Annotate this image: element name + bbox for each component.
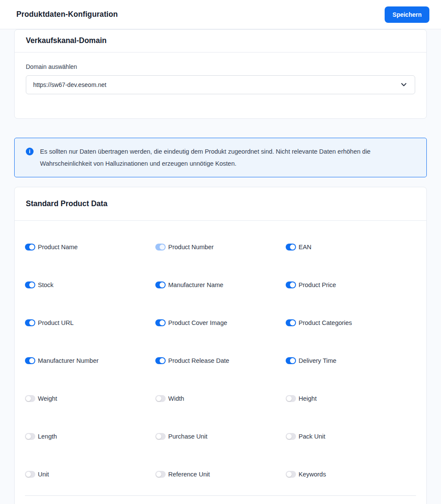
toggle-item-product-name: Product Name bbox=[25, 244, 155, 250]
toggle-switch[interactable] bbox=[155, 281, 166, 288]
toggle-knob bbox=[156, 472, 161, 477]
domain-card-header: Verkaufskanal-Domain bbox=[15, 30, 426, 53]
toggle-label: Product Name bbox=[38, 244, 78, 250]
toggle-item-product-number: Product Number bbox=[155, 244, 286, 250]
toggle-knob bbox=[160, 320, 165, 325]
toggle-label: Pack Unit bbox=[299, 433, 325, 440]
toggle-switch[interactable] bbox=[286, 395, 296, 402]
toggle-knob bbox=[290, 244, 295, 250]
toggle-knob bbox=[287, 434, 292, 439]
toggle-grid: Product NameProduct NumberEANStockManufa… bbox=[25, 228, 416, 493]
toggle-label: EAN bbox=[299, 244, 311, 250]
domain-select-label: Domain auswählen bbox=[26, 63, 415, 70]
toggle-knob bbox=[290, 282, 295, 288]
domain-select[interactable]: https://sw67-dev.eseom.net bbox=[26, 75, 415, 94]
page-title: Produktdaten-Konfiguration bbox=[16, 10, 118, 19]
toggle-label: Product Release Date bbox=[168, 357, 229, 364]
sales-channel-domain-card: Verkaufskanal-Domain Domain auswählen ht… bbox=[14, 29, 427, 119]
toggle-item-reference-unit: Reference Unit bbox=[155, 471, 286, 478]
toggle-switch[interactable] bbox=[25, 433, 35, 440]
toggle-label: Width bbox=[168, 395, 184, 402]
toggle-label: Product URL bbox=[38, 319, 74, 326]
toggle-switch[interactable] bbox=[286, 281, 296, 288]
toggle-knob bbox=[29, 244, 34, 250]
toggle-item-purchase-unit: Purchase Unit bbox=[155, 433, 286, 440]
info-alert-text: Es sollten nur Daten übertragen werden, … bbox=[40, 145, 406, 170]
toggle-label: Height bbox=[299, 395, 317, 402]
toggle-item-product-release-date: Product Release Date bbox=[155, 357, 286, 364]
toggle-item-keywords: Keywords bbox=[286, 471, 416, 478]
product-card-title: Standard Product Data bbox=[26, 199, 415, 208]
toggle-label: Product Number bbox=[168, 244, 214, 250]
toggle-item-stock: Stock bbox=[25, 281, 155, 288]
toggle-knob bbox=[26, 472, 31, 477]
info-icon: i bbox=[26, 148, 34, 155]
toggle-switch[interactable] bbox=[155, 244, 166, 250]
toggle-item-product-url: Product URL bbox=[25, 319, 155, 326]
product-card-body: Product NameProduct NumberEANStockManufa… bbox=[15, 221, 426, 504]
toggle-item-pack-unit: Pack Unit bbox=[286, 433, 416, 440]
main-content: Verkaufskanal-Domain Domain auswählen ht… bbox=[0, 29, 441, 504]
toggle-label: Product Categories bbox=[299, 319, 352, 326]
standard-product-data-card: Standard Product Data Product NameProduc… bbox=[14, 187, 427, 504]
toggle-switch[interactable] bbox=[25, 357, 35, 364]
info-alert: i Es sollten nur Daten übertragen werden… bbox=[14, 138, 427, 177]
toggle-knob bbox=[29, 358, 34, 363]
toggle-switch[interactable] bbox=[25, 395, 35, 402]
toggle-knob bbox=[26, 434, 31, 439]
toggle-knob bbox=[290, 358, 295, 363]
toggle-switch[interactable] bbox=[25, 281, 35, 288]
toggle-label: Manufacturer Name bbox=[168, 281, 223, 288]
toggle-switch[interactable] bbox=[25, 319, 35, 326]
toggle-item-product-price: Product Price bbox=[286, 281, 416, 288]
toggle-knob bbox=[29, 282, 34, 288]
toggle-switch[interactable] bbox=[286, 357, 296, 364]
product-card-header: Standard Product Data bbox=[15, 187, 426, 221]
toggle-label: Manufacturer Number bbox=[38, 357, 99, 364]
toggle-switch[interactable] bbox=[286, 433, 296, 440]
toggle-switch[interactable] bbox=[25, 471, 35, 478]
toggle-item-delivery-time: Delivery Time bbox=[286, 357, 416, 364]
toggle-item-ean: EAN bbox=[286, 244, 416, 250]
toggle-label: Stock bbox=[38, 281, 53, 288]
toggle-switch[interactable] bbox=[155, 319, 166, 326]
save-button[interactable]: Speichern bbox=[385, 6, 429, 23]
toggle-item-manufacturer-number: Manufacturer Number bbox=[25, 357, 155, 364]
toggle-switch[interactable] bbox=[25, 244, 35, 250]
domain-card-title: Verkaufskanal-Domain bbox=[26, 36, 415, 45]
toggle-knob bbox=[160, 358, 165, 363]
toggle-knob bbox=[287, 396, 292, 401]
toggle-item-product-cover-image: Product Cover Image bbox=[155, 319, 286, 326]
toggle-item-length: Length bbox=[25, 433, 155, 440]
toggle-label: Weight bbox=[38, 395, 57, 402]
toggle-knob bbox=[156, 434, 161, 439]
toggle-item-width: Width bbox=[155, 395, 286, 402]
toggle-knob bbox=[160, 244, 165, 250]
toggle-item-unit: Unit bbox=[25, 471, 155, 478]
toggle-label: Product Cover Image bbox=[168, 319, 227, 326]
toggle-knob bbox=[160, 282, 165, 288]
toggle-knob bbox=[29, 320, 34, 325]
toggle-knob bbox=[156, 396, 161, 401]
domain-select-wrap: https://sw67-dev.eseom.net bbox=[26, 75, 415, 94]
toggle-label: Length bbox=[38, 433, 57, 440]
toggle-switch[interactable] bbox=[286, 319, 296, 326]
toggle-switch[interactable] bbox=[155, 471, 166, 478]
toggle-label: Keywords bbox=[299, 471, 326, 478]
toggle-switch[interactable] bbox=[286, 244, 296, 250]
topbar: Produktdaten-Konfiguration Speichern bbox=[0, 0, 441, 29]
toggle-label: Product Price bbox=[299, 281, 336, 288]
toggle-switch[interactable] bbox=[155, 357, 166, 364]
toggle-knob bbox=[26, 396, 31, 401]
section-divider bbox=[25, 495, 416, 496]
toggle-switch[interactable] bbox=[155, 395, 166, 402]
toggle-item-weight: Weight bbox=[25, 395, 155, 402]
domain-card-body: Domain auswählen https://sw67-dev.eseom.… bbox=[15, 53, 426, 118]
toggle-switch[interactable] bbox=[286, 471, 296, 478]
toggle-switch[interactable] bbox=[155, 433, 166, 440]
toggle-item-product-categories: Product Categories bbox=[286, 319, 416, 326]
toggle-item-height: Height bbox=[286, 395, 416, 402]
toggle-label: Purchase Unit bbox=[168, 433, 207, 440]
toggle-knob bbox=[290, 320, 295, 325]
toggle-label: Unit bbox=[38, 471, 49, 478]
